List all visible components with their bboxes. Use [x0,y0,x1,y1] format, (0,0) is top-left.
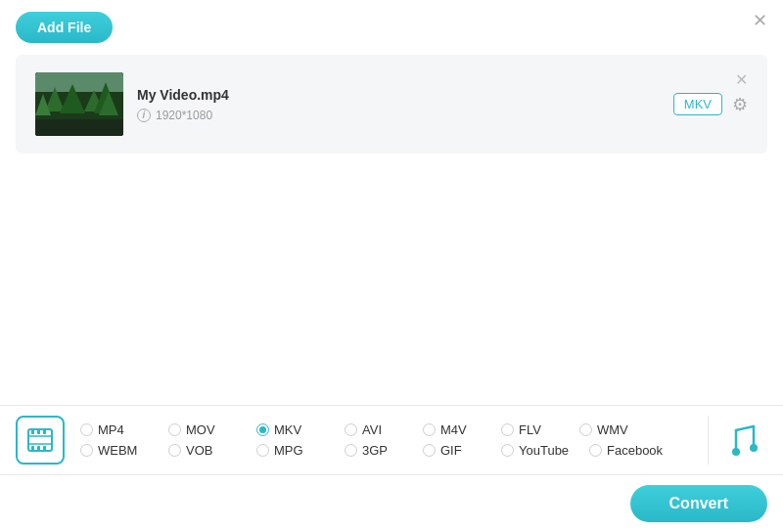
file-name: My Video.mp4 [137,87,673,103]
svg-rect-16 [43,446,46,451]
format-avi-label: AVI [362,422,382,437]
radio-facebook [589,444,602,457]
format-m4v[interactable]: M4V [423,422,501,437]
format-m4v-label: M4V [440,422,467,437]
format-3gp[interactable]: 3GP [345,443,423,458]
svg-rect-13 [43,429,46,434]
format-facebook-label: Facebook [607,443,663,458]
format-row-2: WEBM VOB MPG 3GP GIF [80,443,698,458]
format-wmv[interactable]: WMV [579,422,658,437]
radio-flv [501,423,514,436]
svg-rect-9 [35,119,123,136]
music-icon [728,422,758,458]
radio-vob [168,444,181,457]
svg-line-19 [736,426,754,430]
audio-format-tab[interactable] [718,422,767,458]
settings-icon[interactable]: ⚙ [732,94,748,115]
radio-mov [168,423,181,436]
format-mkv[interactable]: MKV [256,422,345,437]
svg-point-21 [732,448,740,456]
vertical-divider [708,416,709,465]
format-mpg[interactable]: MPG [256,443,345,458]
format-mov[interactable]: MOV [168,422,256,437]
close-icon[interactable]: ✕ [753,12,767,29]
format-avi[interactable]: AVI [345,422,423,437]
radio-mpg [256,444,269,457]
format-vob-label: VOB [186,443,212,458]
format-flv[interactable]: FLV [501,422,579,437]
svg-rect-17 [28,436,52,444]
video-thumbnail [35,72,123,136]
format-youtube[interactable]: YouTube [501,443,589,458]
file-meta: i 1920*1080 [137,109,673,122]
convert-area: Convert [0,475,783,532]
format-webm[interactable]: WEBM [80,443,168,458]
header: Add File ✕ [0,0,783,55]
film-icon [25,425,55,455]
radio-avi [345,423,357,436]
format-gif-label: GIF [440,443,462,458]
format-options-container: MP4 MOV MKV AVI M4V [80,422,698,458]
format-mp4-label: MP4 [98,422,124,437]
format-row-1: MP4 MOV MKV AVI M4V [80,422,698,437]
radio-m4v [423,423,436,436]
format-mpg-label: MPG [274,443,303,458]
svg-rect-11 [31,429,34,434]
svg-point-22 [750,444,758,452]
format-mp4[interactable]: MP4 [80,422,168,437]
radio-mp4 [80,423,93,436]
convert-button[interactable]: Convert [630,485,767,522]
file-item: My Video.mp4 i 1920*1080 MKV ⚙ ✕ [25,65,758,144]
radio-3gp [345,444,357,457]
radio-gif [423,444,436,457]
format-vob[interactable]: VOB [168,443,256,458]
file-list-area: My Video.mp4 i 1920*1080 MKV ⚙ ✕ [16,55,767,154]
radio-youtube [501,444,514,457]
file-info: My Video.mp4 i 1920*1080 [137,87,673,122]
info-icon: i [137,109,151,122]
format-youtube-label: YouTube [519,443,569,458]
format-gif[interactable]: GIF [423,443,501,458]
svg-rect-15 [37,446,40,451]
file-actions: MKV ⚙ [673,93,748,115]
format-facebook[interactable]: Facebook [589,443,668,458]
bottom-section: MP4 MOV MKV AVI M4V [0,405,783,532]
svg-rect-12 [37,429,40,434]
format-badge-button[interactable]: MKV [673,93,722,115]
format-wmv-label: WMV [597,422,628,437]
radio-wmv [579,423,592,436]
format-section: MP4 MOV MKV AVI M4V [0,406,783,475]
format-3gp-label: 3GP [362,443,388,458]
format-mkv-label: MKV [274,422,301,437]
format-mov-label: MOV [186,422,215,437]
format-webm-label: WEBM [98,443,137,458]
radio-mkv [256,423,269,436]
radio-webm [80,444,93,457]
add-file-button[interactable]: Add File [16,12,113,43]
format-flv-label: FLV [519,422,541,437]
file-remove-icon[interactable]: ✕ [735,70,748,89]
svg-rect-14 [31,446,34,451]
video-format-tab[interactable] [16,416,65,465]
file-resolution: 1920*1080 [156,109,212,122]
